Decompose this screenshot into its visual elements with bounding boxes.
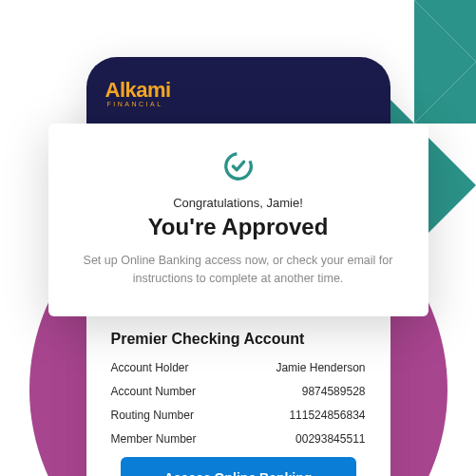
account-holder-label: Account Holder	[111, 361, 189, 374]
logo-text: Alkami	[105, 78, 171, 103]
brand-logo: Alkami FINANCIAL	[105, 78, 371, 107]
account-number-label: Account Number	[111, 385, 196, 398]
logo-subtext: FINANCIAL	[107, 101, 163, 107]
account-number-value: 9874589528	[302, 385, 366, 398]
member-number-value: 00293845511	[295, 432, 365, 446]
approval-modal: Congratulations, Jamie! You're Approved …	[48, 124, 428, 316]
account-row: Member Number 00293845511	[111, 432, 366, 446]
congrats-text: Congratulations, Jamie!	[77, 196, 400, 210]
approval-subtext: Set up Online Banking access now, or che…	[77, 252, 400, 288]
account-row: Account Holder Jamie Henderson	[111, 361, 366, 374]
approved-headline: You're Approved	[77, 214, 400, 240]
access-online-banking-button[interactable]: Access Online Banking	[121, 457, 356, 476]
account-row: Account Number 9874589528	[111, 385, 366, 398]
account-holder-value: Jamie Henderson	[276, 361, 365, 374]
member-number-label: Member Number	[111, 432, 197, 446]
routing-number-label: Routing Number	[111, 409, 194, 422]
account-row: Routing Number 111524856834	[111, 409, 366, 422]
checkmark-circle-icon	[222, 150, 255, 182]
routing-number-value: 111524856834	[289, 409, 365, 422]
account-title: Premier Checking Account	[111, 331, 366, 348]
